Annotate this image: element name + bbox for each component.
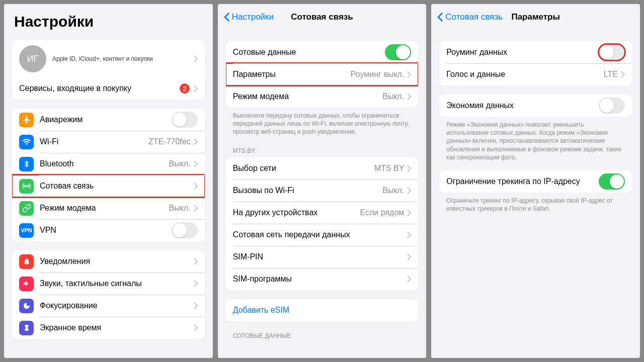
carrier-group: Выбор сетиMTS BYВызовы по Wi-FiВыкл.На д…	[226, 157, 419, 290]
section-header: MTS.BY	[226, 136, 419, 157]
chevron-right-icon	[407, 209, 411, 216]
settings-row[interactable]: Сотовая связь	[12, 175, 205, 197]
section-header: СОТОВЫЕ ДАННЫЕ	[226, 321, 419, 342]
toggle-switch[interactable]	[599, 44, 625, 60]
roaming-group: Роуминг данныхГолос и данныеLTE	[439, 41, 632, 85]
row-detail: Роуминг выкл.	[351, 70, 405, 79]
chevron-right-icon	[194, 55, 198, 62]
add-esim-button[interactable]: Добавить eSIM	[226, 299, 419, 321]
chevron-right-icon	[407, 71, 411, 78]
settings-row[interactable]: Экранное время	[12, 317, 205, 339]
row-label: VPN	[40, 226, 172, 235]
row-detail: Выкл.	[382, 186, 404, 195]
row-label: Фокусирование	[40, 301, 194, 310]
chevron-right-icon	[194, 85, 198, 92]
row-label: Уведомления	[40, 257, 194, 266]
settings-row[interactable]: Сотовые данные	[226, 41, 419, 63]
settings-row[interactable]: Звуки, тактильные сигналы	[12, 273, 205, 295]
row-detail: MTS BY	[374, 164, 405, 173]
footer-note: Выключите передачу сотовых данных, чтобы…	[226, 108, 419, 136]
row-label: Ограничение трекинга по IP-адресу	[446, 177, 599, 186]
row-detail: ZTE-770fec	[148, 137, 191, 146]
toggle-switch[interactable]	[599, 173, 625, 190]
apple-id-row[interactable]: ИГ Apple ID, iCloud+, контент и покупки	[12, 40, 205, 77]
settings-row[interactable]: Сотовая сеть передачи данных	[226, 224, 419, 246]
settings-pane: Настройки ИГ Apple ID, iCloud+, контент …	[4, 4, 213, 358]
settings-row[interactable]: Экономия данных	[439, 95, 632, 117]
connectivity-group: АвиарежимWi-FiZTE-770fecBluetoothВыкл.Со…	[12, 109, 205, 241]
airplane-icon	[19, 113, 34, 127]
chevron-right-icon	[407, 276, 411, 283]
settings-row[interactable]: BluetoothВыкл.	[12, 153, 205, 175]
settings-row[interactable]: Ограничение трекинга по IP-адресу	[439, 170, 632, 193]
vpn-icon: VPN	[19, 223, 34, 238]
back-button[interactable]: Настройки	[224, 12, 274, 22]
moon-icon	[19, 299, 34, 313]
row-label: Вызовы по Wi-Fi	[233, 186, 383, 195]
chevron-right-icon	[407, 231, 411, 238]
settings-row[interactable]: Режим модемаВыкл.	[12, 197, 205, 219]
settings-row[interactable]: ПараметрыРоуминг выкл.	[226, 63, 419, 85]
back-button[interactable]: Сотовая связь	[437, 12, 503, 22]
notifications-group: УведомленияЗвуки, тактильные сигналыФоку…	[12, 250, 205, 339]
settings-row[interactable]: Фокусирование	[12, 295, 205, 317]
chevron-left-icon	[224, 12, 230, 22]
row-detail: Выкл.	[382, 92, 404, 101]
toggle-switch[interactable]	[599, 98, 625, 114]
settings-row[interactable]: На других устройствахЕсли рядом	[226, 202, 419, 224]
row-label: SIM-программы	[233, 275, 408, 284]
row-detail: LTE	[604, 70, 618, 79]
settings-row[interactable]: VPNVPN	[12, 219, 205, 241]
row-label: На других устройствах	[233, 208, 360, 217]
apple-id-group: ИГ Apple ID, iCloud+, контент и покупки …	[12, 40, 205, 100]
chevron-right-icon	[194, 160, 198, 167]
settings-row[interactable]: Wi-FiZTE-770fec	[12, 131, 205, 153]
row-label: Сотовая сеть передачи данных	[233, 230, 408, 239]
toggle-switch[interactable]	[172, 112, 198, 128]
settings-row[interactable]: Голос и данныеLTE	[439, 63, 632, 85]
settings-row[interactable]: Авиарежим	[12, 109, 205, 131]
chevron-right-icon	[194, 183, 198, 190]
settings-row[interactable]: SIM-PIN	[226, 246, 419, 268]
row-detail: Выкл.	[169, 159, 191, 168]
antenna-icon	[19, 179, 34, 194]
toggle-switch[interactable]	[385, 44, 411, 60]
row-label: Bluetooth	[40, 159, 169, 168]
chevron-right-icon	[621, 71, 625, 78]
subscriptions-row[interactable]: Сервисы, входящие в покупку 2	[12, 77, 205, 100]
row-label: Wi-Fi	[40, 137, 148, 146]
bell-icon	[19, 254, 34, 269]
back-label: Сотовая связь	[445, 12, 503, 22]
row-label: Голос и данные	[446, 70, 604, 79]
row-label: SIM-PIN	[233, 252, 408, 261]
row-label: Добавить eSIM	[233, 306, 412, 315]
chevron-right-icon	[194, 138, 198, 145]
settings-row[interactable]: Выбор сетиMTS BY	[226, 157, 419, 179]
settings-row[interactable]: Уведомления	[12, 250, 205, 273]
chevron-right-icon	[194, 302, 198, 309]
row-label: Звуки, тактильные сигналы	[40, 279, 194, 288]
footer-note: Режим «Экономия данных» помогает уменьши…	[439, 117, 632, 161]
settings-row[interactable]: Режим модемаВыкл.	[226, 85, 419, 108]
badge-count: 2	[180, 83, 190, 94]
settings-row[interactable]: SIM-программы	[226, 268, 419, 290]
row-label: Режим модема	[233, 92, 383, 101]
chevron-right-icon	[194, 280, 198, 287]
row-label: Экономия данных	[446, 101, 599, 110]
row-label: Сервисы, входящие в покупку	[19, 84, 180, 93]
settings-row[interactable]: Вызовы по Wi-FiВыкл.	[226, 179, 419, 202]
row-label: Роуминг данных	[446, 48, 599, 57]
chevron-left-icon	[437, 12, 443, 22]
chevron-right-icon	[194, 205, 198, 212]
toggle-switch[interactable]	[172, 222, 198, 238]
avatar: ИГ	[19, 45, 46, 72]
chevron-right-icon	[194, 258, 198, 265]
options-pane: Сотовая связь Параметры Роуминг данныхГо…	[431, 4, 640, 358]
add-esim-group: Добавить eSIM	[226, 299, 419, 321]
footer-note: Ограничьте трекинг по IP-адресу, скрывая…	[439, 193, 632, 213]
row-label: Режим модема	[40, 204, 169, 213]
settings-row[interactable]: Роуминг данных	[439, 41, 632, 63]
page-title: Настройки	[4, 4, 213, 36]
row-label: Сотовые данные	[233, 48, 385, 57]
link-icon	[19, 201, 34, 216]
